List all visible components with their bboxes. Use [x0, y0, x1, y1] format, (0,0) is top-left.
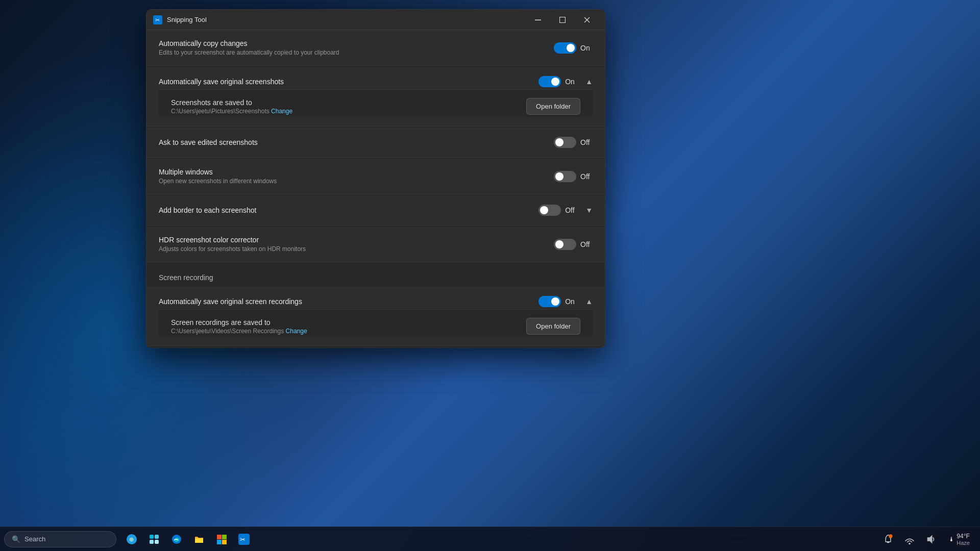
hdr-corrector-label: Off: [580, 240, 593, 248]
svg-rect-3: [560, 17, 566, 22]
add-border-chevron[interactable]: ▼: [585, 206, 593, 214]
hdr-corrector-title: HDR screenshot color corrector: [159, 236, 546, 244]
hdr-corrector-toggle[interactable]: [554, 239, 576, 250]
auto-save-screenshots-row: Automatically save original screenshots …: [146, 67, 605, 127]
auto-save-recordings-title: Automatically save original screen recor…: [159, 297, 530, 306]
svg-rect-17: [222, 540, 227, 544]
auto-save-recordings-chevron[interactable]: ▲: [585, 297, 593, 306]
add-border-thumb: [540, 206, 548, 214]
screen-recording-label: Screen recording: [159, 273, 213, 282]
svg-rect-11: [155, 540, 159, 544]
ask-save-controls: Off: [554, 137, 593, 148]
settings-content: Automatically copy changes Edits to your…: [146, 30, 605, 346]
ask-save-label: Off: [580, 138, 593, 146]
multiple-windows-row: Multiple windows Open new screenshots in…: [146, 159, 605, 194]
weather-info: 94°F Haze: [957, 533, 970, 546]
window-title: Snipping Tool: [167, 16, 526, 23]
notification-icon[interactable]: [878, 529, 898, 549]
svg-marker-23: [927, 535, 933, 543]
svg-rect-10: [150, 540, 154, 544]
widgets-icon[interactable]: [144, 529, 164, 549]
add-border-title: Add border to each screenshot: [159, 206, 530, 214]
auto-copy-title: Automatically copy changes: [159, 39, 546, 47]
add-border-toggle[interactable]: [538, 205, 561, 216]
svg-text:✂: ✂: [240, 536, 246, 543]
auto-save-recordings-label: On: [565, 297, 577, 306]
svg-point-22: [909, 542, 911, 544]
ask-save-thumb: [555, 138, 564, 146]
ask-save-toggle[interactable]: [554, 137, 576, 148]
multiple-windows-title: Multiple windows: [159, 168, 546, 176]
taskbar-search-text: Search: [24, 535, 45, 543]
recordings-change-link[interactable]: Change: [286, 328, 307, 335]
auto-save-screenshots-toggle[interactable]: [538, 76, 561, 87]
svg-rect-20: [887, 541, 890, 542]
maximize-button[interactable]: [551, 12, 574, 28]
auto-copy-controls: On: [554, 42, 593, 54]
windows-defender-icon[interactable]: ⊕: [121, 529, 142, 549]
svg-rect-14: [217, 535, 222, 539]
recordings-path-text: C:\Users\jeetu\Videos\Screen Recordings: [171, 328, 284, 335]
svg-point-21: [889, 534, 893, 538]
minimize-button[interactable]: [526, 12, 550, 28]
add-border-label: Off: [565, 206, 577, 214]
microsoft-store-icon[interactable]: [211, 529, 232, 549]
edge-icon[interactable]: [166, 529, 187, 549]
network-icon[interactable]: [899, 529, 920, 549]
snipping-tool-taskbar-icon[interactable]: ✂: [234, 529, 254, 549]
sound-icon[interactable]: [921, 529, 941, 549]
auto-save-screenshots-expand: Screenshots are saved to C:\Users\jeetu\…: [159, 89, 593, 117]
file-explorer-icon[interactable]: [189, 529, 209, 549]
weather-temp: 94°F: [957, 533, 970, 540]
screen-recording-section-header: Screen recording: [146, 263, 605, 287]
window-controls: [526, 12, 599, 28]
hdr-corrector-row: HDR screenshot color corrector Adjusts c…: [146, 227, 605, 262]
auto-save-recordings-info: Automatically save original screen recor…: [159, 297, 530, 306]
svg-rect-15: [222, 535, 227, 539]
add-border-row: Add border to each screenshot Off ▼: [146, 195, 605, 226]
hdr-corrector-thumb: [555, 240, 564, 248]
screenshots-location-row: Screenshots are saved to C:\Users\jeetu\…: [171, 98, 580, 115]
recordings-location-info: Screen recordings are saved to C:\Users\…: [171, 318, 307, 335]
auto-save-screenshots-title: Automatically save original screenshots: [159, 78, 530, 86]
screenshots-open-folder-button[interactable]: Open folder: [526, 98, 580, 115]
svg-rect-9: [155, 535, 159, 539]
taskbar: 🔍 Search ⊕: [0, 527, 980, 551]
recordings-open-folder-button[interactable]: Open folder: [526, 318, 580, 335]
settings-scroll[interactable]: Automatically copy changes Edits to your…: [146, 30, 605, 347]
auto-save-recordings-expand: Screen recordings are saved to C:\Users\…: [159, 309, 593, 337]
taskbar-weather[interactable]: 🌡 94°F Haze: [944, 531, 974, 548]
auto-save-recordings-toggle[interactable]: [538, 296, 561, 307]
svg-rect-2: [535, 19, 541, 20]
recordings-location-row: Screen recordings are saved to C:\Users\…: [171, 318, 580, 335]
auto-save-recordings-thumb: [551, 297, 559, 306]
screenshots-path: C:\Users\jeetu\Pictures\Screenshots Chan…: [171, 108, 292, 115]
multiple-windows-controls: Off: [554, 171, 593, 182]
screenshots-path-text: C:\Users\jeetu\Pictures\Screenshots: [171, 108, 270, 115]
screenshots-location-info: Screenshots are saved to C:\Users\jeetu\…: [171, 98, 292, 115]
taskbar-search[interactable]: 🔍 Search: [4, 531, 116, 547]
svg-rect-13: [195, 538, 203, 543]
close-button[interactable]: [575, 12, 599, 28]
auto-save-screenshots-label: On: [565, 78, 577, 86]
screenshots-change-link[interactable]: Change: [271, 108, 292, 115]
add-border-info: Add border to each screenshot: [159, 206, 530, 214]
auto-save-screenshots-chevron[interactable]: ▲: [585, 78, 593, 86]
recordings-location-title: Screen recordings are saved to: [171, 318, 307, 327]
hdr-corrector-controls: Off: [554, 239, 593, 250]
auto-copy-toggle[interactable]: [554, 42, 576, 54]
auto-save-recordings-controls: On ▲: [538, 296, 593, 307]
weather-icon: 🌡: [948, 536, 954, 543]
svg-rect-16: [217, 540, 222, 544]
svg-text:✂: ✂: [155, 17, 160, 23]
taskbar-sys-icons: [878, 529, 941, 549]
auto-copy-desc: Edits to your screenshot are automatical…: [159, 49, 546, 56]
auto-save-recordings-main: Automatically save original screen recor…: [159, 296, 593, 307]
titlebar: ✂ Snipping Tool: [146, 10, 605, 30]
multiple-windows-info: Multiple windows Open new screenshots in…: [159, 168, 546, 185]
hdr-corrector-desc: Adjusts colors for screenshots taken on …: [159, 245, 546, 253]
search-icon: 🔍: [12, 535, 20, 543]
multiple-windows-toggle[interactable]: [554, 171, 576, 182]
ask-save-title: Ask to save edited screenshots: [159, 138, 546, 146]
recordings-path: C:\Users\jeetu\Videos\Screen Recordings …: [171, 328, 307, 335]
